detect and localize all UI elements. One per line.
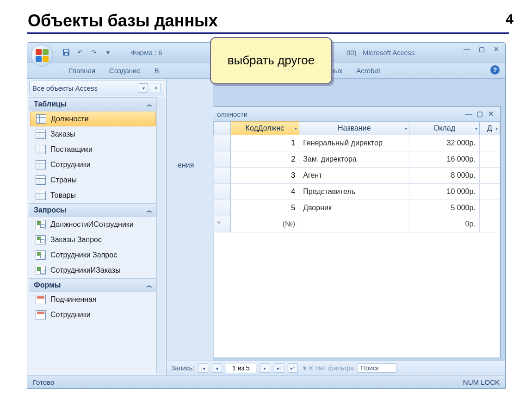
cell-salary[interactable]: 32 000р. (409, 135, 480, 151)
qat-redo-icon[interactable]: ↷ (89, 48, 99, 57)
navgroup-header[interactable]: Запросы︽ (29, 203, 157, 217)
nav-item-label: Товары (50, 191, 76, 200)
datasheet-title: олжности (217, 110, 463, 118)
ribbon-tab-external[interactable]: В (155, 67, 159, 75)
cell-id[interactable]: 5 (230, 200, 299, 216)
row-selector[interactable] (214, 135, 231, 151)
recnav-last-icon[interactable]: ▸I (274, 363, 284, 373)
cell-id[interactable]: 1 (230, 135, 299, 151)
nav-item-label: Сотрудники Запрос (50, 251, 117, 259)
cell-name[interactable]: Зам. директора (299, 151, 409, 168)
column-header[interactable]: Название▾ (299, 122, 409, 135)
nav-item[interactable]: Страны (29, 173, 157, 188)
row-selector[interactable] (214, 200, 231, 216)
nav-item[interactable]: ДолжностиИСотрудники (29, 217, 157, 232)
table-icon (36, 114, 46, 124)
cell-name[interactable]: Агент (299, 168, 409, 184)
table-row[interactable]: 5Дворник5 000р. (214, 200, 500, 216)
row-selector[interactable] (214, 184, 231, 200)
column-dropdown-icon[interactable]: ▾ (495, 126, 498, 131)
column-header[interactable]: КодДолжнс▾ (230, 122, 299, 135)
scrollbar-thumb[interactable] (157, 99, 164, 133)
query-icon (36, 220, 46, 229)
cell-extra[interactable] (479, 135, 500, 151)
minimize-button[interactable]: — (461, 45, 473, 53)
column-dropdown-icon[interactable]: ▾ (295, 126, 297, 131)
datasheet-grid[interactable]: КодДолжнс▾Название▾Оклад▾Д▾1Генеральный … (213, 121, 500, 358)
table-row[interactable]: 2Зам. директора16 000р. (214, 151, 500, 168)
qat-save-icon[interactable] (62, 48, 71, 57)
navpane-collapse-icon[interactable]: « (151, 83, 161, 93)
cell-extra[interactable] (479, 216, 500, 232)
nav-item[interactable]: Сотрудники Запрос (29, 248, 157, 263)
qat-dropdown-icon[interactable]: ▾ (103, 48, 112, 57)
recnav-prev-icon[interactable]: ◂ (212, 363, 222, 373)
nav-item-label: Должности (51, 115, 89, 123)
cell-name[interactable]: Представитель (299, 184, 409, 200)
nav-item[interactable]: СотрудникиИЗаказы (29, 263, 157, 278)
cell-extra[interactable] (479, 184, 500, 200)
ds-maximize-button[interactable]: ▢ (474, 110, 485, 118)
nav-item[interactable]: Сотрудники (29, 157, 157, 173)
ribbon-tab-create[interactable]: Создание (109, 67, 141, 75)
nav-item[interactable]: Заказы (29, 127, 157, 142)
window-title-suffix: 00) - Microsoft Access (346, 49, 415, 56)
ribbon-tab-home[interactable]: Главная (69, 67, 95, 75)
cell-salary[interactable]: 0р. (409, 216, 480, 232)
recnav-filter[interactable]: ▼✕ Нет фильтра (302, 364, 354, 372)
cell-salary[interactable]: 5 000р. (409, 200, 480, 216)
nav-item[interactable]: Товары (29, 188, 157, 203)
cell-id[interactable]: (№) (230, 216, 299, 232)
help-icon[interactable]: ? (490, 65, 500, 75)
cell-extra[interactable] (479, 200, 500, 216)
column-dropdown-icon[interactable]: ▾ (405, 126, 407, 131)
column-header[interactable]: Д▾ (479, 122, 500, 135)
qat-undo-icon[interactable]: ↶ (75, 48, 85, 57)
recnav-new-icon[interactable]: ▸* (288, 363, 298, 373)
navpane-dropdown-icon[interactable]: ▾ (139, 83, 148, 93)
cell-id[interactable]: 3 (230, 168, 299, 184)
column-header[interactable]: Оклад▾ (409, 122, 480, 135)
cell-name[interactable] (299, 216, 409, 232)
cell-salary[interactable]: 10 000р. (409, 184, 480, 200)
recnav-next-icon[interactable]: ▸ (260, 363, 270, 373)
maximize-button[interactable]: ▢ (476, 45, 488, 53)
cell-extra[interactable] (479, 168, 500, 184)
cell-name[interactable]: Дворник (299, 200, 409, 216)
nav-item[interactable]: Поставщики (29, 142, 157, 157)
ds-close-button[interactable]: ✕ (485, 110, 496, 118)
callout-text: выбрать другое (228, 53, 315, 68)
cell-id[interactable]: 4 (230, 184, 299, 200)
nav-item[interactable]: Заказы Запрос (29, 232, 157, 248)
close-button[interactable]: ✕ (490, 45, 502, 53)
nav-item[interactable]: Сотрудники (29, 307, 157, 323)
form-icon (36, 295, 46, 304)
navgroup-header[interactable]: Таблицы︽ (29, 97, 157, 111)
table-row[interactable]: 4Представитель10 000р. (214, 184, 500, 200)
table-row[interactable]: 3Агент8 000р. (214, 168, 500, 184)
nav-item[interactable]: Подчиненная (29, 292, 157, 307)
recnav-search-input[interactable]: Поиск (358, 363, 396, 373)
navpane-header[interactable]: Все объекты Access ▾ « (29, 81, 164, 95)
row-selector[interactable]: * (214, 216, 231, 232)
ribbon-tab-acrobat[interactable]: Acrobat (356, 67, 380, 75)
nav-item[interactable]: Должности (30, 112, 156, 126)
column-dropdown-icon[interactable]: ▾ (475, 126, 477, 131)
query-icon (36, 266, 46, 275)
cell-id[interactable]: 2 (230, 151, 299, 168)
cell-salary[interactable]: 16 000р. (409, 151, 480, 168)
cell-extra[interactable] (479, 151, 500, 168)
recnav-first-icon[interactable]: I◂ (198, 363, 208, 373)
cell-name[interactable]: Генеральный директор (299, 135, 409, 151)
new-row[interactable]: *(№)0р. (214, 216, 500, 232)
table-row[interactable]: 1Генеральный директор32 000р. (214, 135, 500, 151)
row-selector[interactable] (214, 168, 231, 184)
office-button[interactable] (31, 44, 53, 67)
cell-salary[interactable]: 8 000р. (409, 168, 480, 184)
row-selector-header[interactable] (214, 122, 231, 135)
recnav-position-input[interactable] (226, 363, 256, 373)
row-selector[interactable] (214, 151, 231, 168)
ds-minimize-button[interactable]: — (463, 110, 474, 118)
query-icon (36, 250, 46, 260)
navgroup-header[interactable]: Формы︽ (29, 278, 157, 292)
